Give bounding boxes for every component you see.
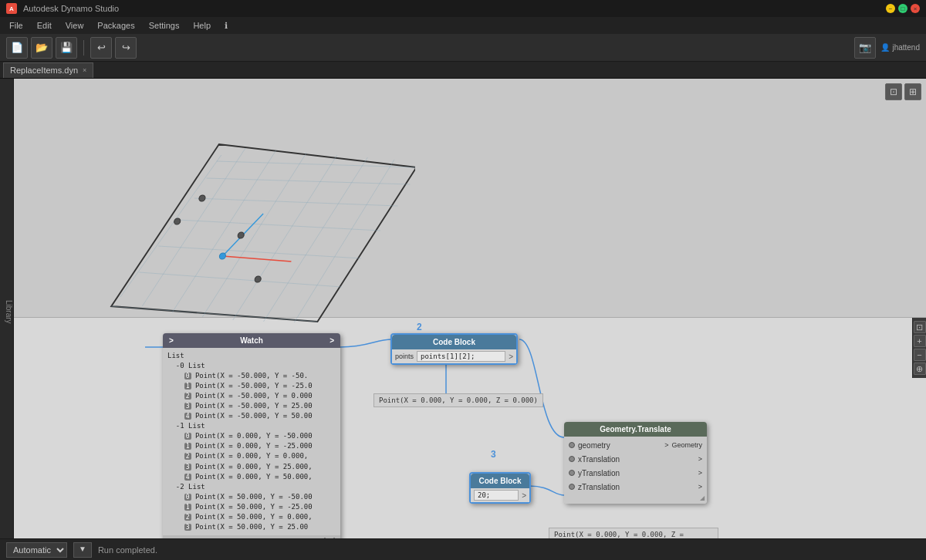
svg-point-18 bbox=[174, 218, 181, 224]
watch-title: Watch bbox=[240, 336, 263, 345]
redo-button[interactable]: ↪ bbox=[115, 37, 137, 59]
fit-view-button[interactable]: ⊡ bbox=[914, 321, 926, 333]
port-ytranslation: yTranslation > bbox=[564, 466, 707, 480]
menu-edit[interactable]: Edit bbox=[31, 19, 58, 32]
run-button[interactable]: ▼ bbox=[73, 542, 92, 558]
svg-line-11 bbox=[176, 220, 382, 231]
port-dot-x bbox=[569, 456, 575, 462]
3d-viewport bbox=[14, 79, 926, 318]
close-button[interactable]: × bbox=[911, 4, 920, 13]
port-dot-y bbox=[569, 470, 575, 476]
grid-button[interactable]: ⊞ bbox=[904, 83, 921, 100]
node-geometry-translate[interactable]: Geometry.Translate geometry > Geometry x… bbox=[564, 422, 707, 504]
port-dot-geometry bbox=[569, 442, 575, 448]
svg-line-6 bbox=[263, 157, 367, 322]
codeblock1-output: Point(X = 0.000, Y = 0.000, Z = 0.000) bbox=[373, 393, 543, 407]
node-codeblock2-body: 20; > bbox=[471, 488, 529, 502]
svg-line-15 bbox=[221, 256, 292, 261]
node-graph: Surface.PointAtParameter surface u bbox=[14, 318, 926, 538]
svg-line-4 bbox=[202, 153, 306, 317]
app-icon: A bbox=[6, 3, 17, 14]
statusbar: Automatic ▼ Run completed. bbox=[0, 538, 926, 560]
menu-info[interactable]: ℹ bbox=[218, 19, 234, 32]
menu-help[interactable]: Help bbox=[187, 19, 217, 32]
view-mode-button[interactable]: ⊡ bbox=[885, 83, 902, 100]
svg-point-20 bbox=[238, 232, 245, 238]
open-button[interactable]: 📂 bbox=[31, 37, 52, 59]
maximize-button[interactable]: □ bbox=[898, 4, 907, 13]
node-codeblock2[interactable]: Code Block 20; > bbox=[469, 472, 531, 504]
run-mode-select[interactable]: Automatic bbox=[6, 542, 67, 558]
svg-point-21 bbox=[255, 276, 262, 282]
svg-line-1 bbox=[120, 155, 221, 297]
canvas[interactable]: ⊡ ⊞ ⊡ + − ⊕ bbox=[14, 79, 926, 538]
tab-replaceitems[interactable]: ReplaceItems.dyn × bbox=[3, 62, 93, 78]
svg-line-2 bbox=[142, 148, 245, 306]
watch-content: List -0 List 0 Point(X = -50.000, Y = -5… bbox=[163, 348, 340, 535]
toolbar-separator bbox=[83, 40, 84, 56]
node-number-3: 3 bbox=[491, 449, 496, 460]
geometry-output-value: Point(X = 0.000, Y = 0.000, Z = 20.000) bbox=[554, 531, 684, 538]
port-ztranslation: zTranslation > bbox=[564, 480, 707, 494]
svg-line-3 bbox=[172, 150, 276, 312]
canvas-toolbar: ⊡ ⊞ bbox=[885, 83, 921, 100]
minimize-button[interactable]: − bbox=[886, 4, 895, 13]
menu-settings[interactable]: Settings bbox=[143, 19, 186, 32]
library-label: Library bbox=[5, 300, 13, 324]
svg-line-9 bbox=[137, 272, 344, 287]
svg-line-5 bbox=[233, 155, 337, 320]
svg-point-17 bbox=[219, 253, 226, 259]
watch-count: {15} bbox=[323, 537, 336, 538]
watch-port-out: > bbox=[330, 336, 334, 345]
zoom-in-button[interactable]: + bbox=[914, 335, 926, 347]
node-watch[interactable]: > Watch > List -0 List 0 Point(X = -50.0… bbox=[163, 333, 340, 538]
toolbar: 📄 📂 💾 ↩ ↪ 📷 👤 jhattend bbox=[0, 34, 926, 62]
node-geometry-body: geometry > Geometry xTranslation > yTran… bbox=[564, 437, 707, 504]
zoom-out-button[interactable]: − bbox=[914, 349, 926, 361]
library-sidebar[interactable]: Library bbox=[0, 79, 14, 538]
app-title: Autodesk Dynamo Studio bbox=[23, 4, 119, 13]
username: jhattend bbox=[892, 43, 920, 52]
codeblock1-label: points bbox=[395, 353, 414, 360]
geometry-output: Point(X = 0.000, Y = 0.000, Z = 20.000) bbox=[549, 528, 718, 538]
watch-footer: ▲L3 ▲L2 ▲L1 {15} bbox=[163, 535, 340, 538]
codeblock1-output-value: Point(X = 0.000, Y = 0.000, Z = 0.000) bbox=[379, 396, 538, 404]
save-button[interactable]: 💾 bbox=[56, 37, 77, 59]
port-dot-z bbox=[569, 484, 575, 490]
codeblock2-port-out: > bbox=[522, 491, 526, 500]
node-number-2: 2 bbox=[417, 322, 422, 332]
codeblock1-port-out: > bbox=[509, 353, 513, 361]
node-codeblock1[interactable]: Code Block points points[1][2]; > bbox=[390, 333, 518, 365]
menu-file[interactable]: File bbox=[3, 19, 29, 32]
zoom-fit-button[interactable]: ⊕ bbox=[914, 363, 926, 375]
main-area: Library ⊡ ⊞ ⊡ + − ⊕ bbox=[0, 79, 926, 538]
svg-point-19 bbox=[198, 195, 205, 201]
port-geometry: geometry > Geometry bbox=[564, 438, 707, 452]
tab-label: ReplaceItems.dyn bbox=[10, 66, 78, 75]
titlebar: A Autodesk Dynamo Studio − □ × bbox=[0, 0, 926, 17]
user-icon: 👤 bbox=[880, 43, 890, 52]
3d-surface-svg bbox=[91, 121, 415, 326]
node-codeblock1-body: points points[1][2]; > bbox=[392, 349, 516, 363]
resize-handle: ◢ bbox=[564, 494, 707, 502]
undo-button[interactable]: ↩ bbox=[90, 37, 112, 59]
codeblock1-code[interactable]: points[1][2]; bbox=[417, 351, 505, 362]
menu-packages[interactable]: Packages bbox=[91, 19, 140, 32]
menubar: File Edit View Packages Settings Help ℹ bbox=[0, 17, 926, 34]
camera-button[interactable]: 📷 bbox=[854, 37, 876, 59]
port-xtranslation: xTranslation > bbox=[564, 452, 707, 466]
status-text: Run completed. bbox=[98, 545, 157, 555]
node-geometry-header: Geometry.Translate bbox=[564, 422, 707, 437]
svg-marker-0 bbox=[109, 144, 415, 322]
watch-port-in: > bbox=[169, 336, 174, 345]
node-codeblock2-header: Code Block bbox=[471, 474, 529, 488]
watch-footer-list: ▲L3 ▲L2 ▲L1 bbox=[167, 537, 215, 538]
viewport-controls: ⊡ + − ⊕ bbox=[912, 318, 926, 378]
node-codeblock1-header: Code Block bbox=[392, 335, 516, 349]
svg-line-13 bbox=[205, 178, 411, 184]
tab-close-button[interactable]: × bbox=[83, 66, 86, 74]
svg-line-7 bbox=[294, 160, 394, 322]
new-button[interactable]: 📄 bbox=[6, 37, 28, 59]
codeblock2-code[interactable]: 20; bbox=[474, 490, 519, 501]
menu-view[interactable]: View bbox=[59, 19, 90, 32]
